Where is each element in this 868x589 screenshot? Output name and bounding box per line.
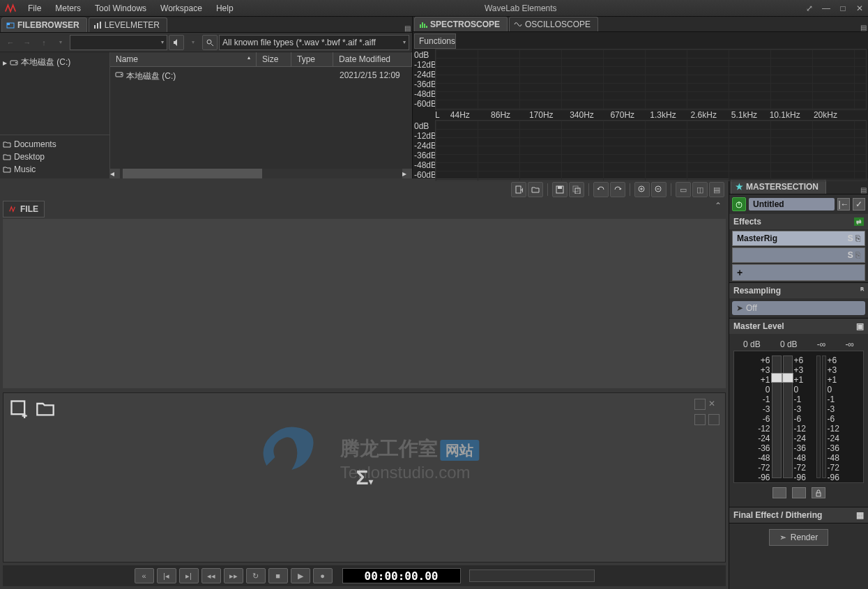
close-button[interactable]: ✕ [851, 3, 868, 13]
maximize-button[interactable]: □ [835, 3, 851, 13]
editor-area: + ▭ ◫ ▤ FILE ⌃ [0, 178, 729, 589]
tree-drive[interactable]: ▸ 本地磁盘 (C:) [3, 55, 107, 70]
rewind-button[interactable]: ◂◂ [201, 568, 221, 583]
panel-menu-icon[interactable]: ▤ [858, 24, 868, 31]
menu-workspace[interactable]: Workspace [153, 1, 209, 15]
collapse-icon[interactable]: ⌃ [715, 201, 722, 211]
waveform-canvas[interactable]: ✕ 腾龙工作室 网站 Tenlonstudio.com Σ▾ [3, 392, 726, 563]
nav-up-button[interactable]: ↑ [36, 35, 52, 50]
col-type[interactable]: Type [291, 52, 333, 66]
resampling-header[interactable]: Resampling ᴿ [729, 283, 868, 298]
fader-left[interactable] [772, 355, 782, 478]
skip-start-button[interactable]: |◂ [157, 568, 176, 583]
hscrollbar[interactable]: ◂▸ [110, 169, 412, 178]
expand-icon[interactable]: ▸ [3, 58, 7, 68]
menu-tool-windows[interactable]: Tool Windows [88, 1, 153, 15]
meter-mode-a-button[interactable] [772, 487, 786, 498]
dithering-header[interactable]: Final Effect / Dithering ▦ [729, 507, 868, 523]
forward-button[interactable]: ▸▸ [224, 568, 243, 583]
tab-levelmeter[interactable]: LEVELMETER [89, 17, 167, 32]
filetype-filter[interactable]: All known file types (*.wav *.bwf *.aif … [219, 35, 409, 50]
rewind-full-button[interactable]: « [135, 568, 154, 583]
expand-grid-icon[interactable]: ▦ [856, 510, 864, 520]
copy-button[interactable] [569, 182, 584, 197]
view-b-icon[interactable] [708, 414, 719, 425]
fader-right[interactable] [783, 355, 793, 478]
layout-b-button[interactable]: ◫ [692, 182, 708, 197]
new-montage-icon[interactable] [9, 399, 29, 418]
save-button[interactable] [552, 182, 568, 197]
tab-spectroscope[interactable]: SPECTROSCOPE [414, 17, 508, 31]
view-close-icon[interactable]: ✕ [708, 399, 719, 410]
meter-mode-b-button[interactable] [792, 487, 806, 498]
spectroscope-panel: SPECTROSCOPE OSCILLOSCOPE ▤ Functions 0d… [413, 17, 868, 178]
menu-meters[interactable]: Meters [48, 1, 88, 15]
meter-lock-button[interactable] [812, 487, 825, 498]
quick-desktop[interactable]: Desktop [3, 151, 107, 163]
record-button[interactable]: ● [313, 568, 333, 583]
col-name[interactable]: Name▴ [110, 52, 257, 66]
nav-fwd-button[interactable]: → [20, 35, 35, 50]
wavelab-icon [9, 205, 16, 213]
new-icon: + [515, 185, 523, 194]
col-size[interactable]: Size [257, 52, 291, 66]
play-folder-button[interactable] [169, 35, 184, 50]
menu-help[interactable]: Help [209, 1, 241, 15]
stop-button[interactable]: ■ [268, 568, 288, 583]
transport-bar: « |◂ ▸| ◂◂ ▸▸ ↻ ■ ▶ ● 00:00:00.00 [3, 565, 726, 586]
view-a-icon[interactable] [694, 414, 706, 425]
tab-filebrowser[interactable]: FILEBROWSER [1, 17, 87, 32]
skip-end-button[interactable]: ▸| [179, 568, 199, 583]
file-browser-panel: FILEBROWSER LEVELMETER ▤ ← → ↑ ▾ ▾ ▾ All… [0, 17, 413, 178]
resample-value[interactable]: ➤ Off [732, 301, 865, 315]
open-file-button[interactable] [528, 182, 543, 197]
undo-button[interactable] [593, 182, 609, 197]
search-button[interactable] [202, 35, 218, 50]
master-power-button[interactable] [732, 197, 746, 211]
nav-dropdown[interactable]: ▾ [53, 35, 68, 50]
col-date[interactable]: Date Modified [333, 52, 412, 66]
expand-icon[interactable]: ▣ [856, 321, 864, 331]
loop-button[interactable]: ↻ [246, 568, 266, 583]
routing-icon[interactable]: ⇄ [854, 217, 864, 226]
new-file-button[interactable]: + [511, 182, 526, 197]
master-level-header[interactable]: Master Level ▣ [729, 319, 868, 334]
view-split-icon[interactable] [694, 399, 706, 410]
tab-oscilloscope[interactable]: OSCILLOSCOPE [509, 17, 598, 31]
panel-menu-icon[interactable]: ▤ [858, 186, 868, 194]
scope-icon [514, 20, 522, 29]
add-effect-button[interactable]: + [732, 264, 865, 281]
jog-slider[interactable] [469, 569, 595, 582]
preset-prev-button[interactable]: |← [837, 198, 850, 211]
effect-slot-empty[interactable]: S ⎘ [732, 247, 865, 263]
render-arrow-icon: ➣ [779, 533, 786, 542]
list-item[interactable]: 本地磁盘 (C:) 2021/2/15 12:09 [112, 69, 410, 84]
panel-menu-icon[interactable]: ▤ [402, 24, 412, 32]
filebrowser-icon [6, 21, 15, 29]
play-button[interactable]: ▶ [291, 568, 310, 583]
redo-button[interactable] [610, 182, 625, 197]
play-dropdown[interactable]: ▾ [185, 35, 201, 50]
peak-meter-right [822, 355, 826, 478]
quick-music[interactable]: Music [3, 163, 107, 176]
zoom-out-button[interactable] [651, 182, 667, 197]
zoom-in-button[interactable] [634, 182, 650, 197]
quick-documents[interactable]: Documents [3, 138, 107, 151]
effect-slot-masterrig[interactable]: MasterRig S ⎘ [732, 231, 865, 246]
path-combo[interactable]: ▾ [70, 35, 167, 50]
expand-button[interactable]: ⤢ [801, 3, 818, 13]
nav-back-button[interactable]: ← [3, 35, 18, 50]
preset-name[interactable]: Untitled [749, 198, 835, 211]
minimize-button[interactable]: — [818, 3, 835, 13]
layout-a-button[interactable]: ▭ [676, 182, 691, 197]
layout-c-button[interactable]: ▤ [709, 182, 724, 197]
window-title: WaveLab Elements [241, 3, 801, 13]
menu-file[interactable]: File [21, 1, 48, 15]
functions-menu[interactable]: Functions [414, 33, 456, 49]
preset-apply-button[interactable]: ✓ [853, 198, 865, 211]
file-tab[interactable]: FILE [3, 201, 45, 217]
tab-mastersection[interactable]: ★ MASTERSECTION [731, 179, 826, 194]
render-button[interactable]: ➣ Render [769, 529, 828, 546]
effects-header[interactable]: Effects ⇄ [729, 214, 868, 229]
open-folder-icon[interactable] [36, 399, 55, 418]
